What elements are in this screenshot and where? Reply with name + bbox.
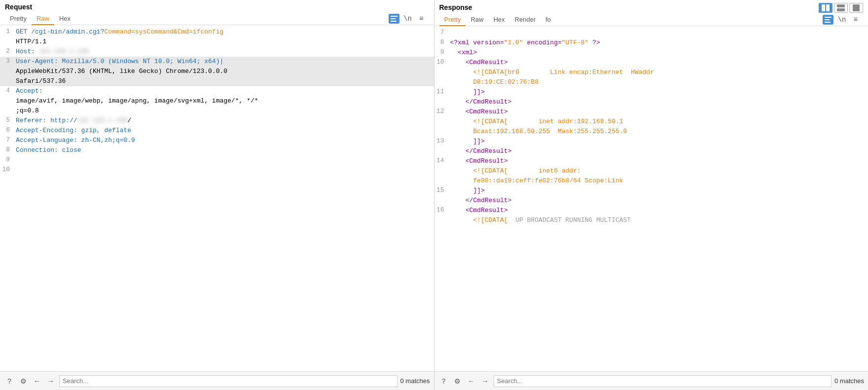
request-back-button[interactable]: ← — [32, 376, 42, 387]
request-line-4: 4 Accept:image/avif, image/webp, image/a… — [0, 86, 434, 116]
request-tab-bar: Pretty Raw Hex \n ≡ — [5, 13, 429, 25]
svg-rect-7 — [853, 4, 860, 11]
response-line-9: 9 <xml> — [434, 48, 868, 58]
request-panel: Request Pretty Raw Hex \n ≡ 1 — [0, 0, 434, 390]
request-tab-pretty[interactable]: Pretty — [5, 13, 32, 25]
request-newline-icon[interactable]: \n — [402, 13, 413, 24]
response-menu-icon[interactable]: ≡ — [850, 14, 861, 25]
request-line-10: 10 — [0, 165, 434, 175]
response-tab-pretty[interactable]: Pretty — [439, 14, 466, 26]
response-help-button[interactable]: ? — [438, 376, 449, 387]
referer-blurred: 192.168.1.100 — [77, 116, 127, 126]
request-protocol: HTTP/1.1 — [16, 38, 46, 45]
request-query: Command=sysCommand&Cmd=ifconfig — [104, 28, 223, 35]
view-stack-button[interactable] — [834, 3, 848, 13]
response-search-input[interactable] — [494, 375, 832, 387]
request-title: Request — [5, 3, 429, 11]
request-menu-icon[interactable]: ≡ — [416, 13, 427, 24]
request-line-8: 8 Connection: close — [0, 145, 434, 155]
request-tab-raw[interactable]: Raw — [32, 13, 54, 25]
request-line-6: 6 Accept-Encoding: gzip, deflate — [0, 126, 434, 136]
response-tab-render[interactable]: Render — [510, 14, 541, 26]
response-line-14: 14 <CmdResult> <![CDATA[ inet6 addr: fe8… — [434, 156, 868, 186]
response-panel: Response — [434, 0, 868, 390]
response-back-button[interactable]: ← — [466, 376, 477, 387]
response-code: 7 8 <?xml version="1.0" encoding="UTF-8"… — [434, 26, 868, 371]
svg-rect-0 — [391, 16, 398, 17]
request-search-input[interactable] — [59, 375, 398, 387]
svg-rect-10 — [825, 22, 831, 23]
request-format-icon[interactable] — [389, 14, 399, 24]
request-header: Request Pretty Raw Hex \n ≡ — [0, 0, 434, 25]
request-footer: ? ⚙ ← → 0 matches — [0, 371, 434, 390]
request-body: 1 GET /cgi-bin/admin.cgi?Command=sysComm… — [0, 25, 434, 371]
response-line-16: 16 <CmdResult> <![CDATA[ UP BROADCAST RU… — [434, 206, 868, 225]
response-tab-raw[interactable]: Raw — [466, 14, 488, 26]
response-line-12: 12 <CmdResult> <![CDATA[ inet addr:192.1… — [434, 107, 868, 137]
request-line-3: 3 User-Agent: Mozilla/5.0 (Windows NT 10… — [0, 57, 434, 86]
response-tab-fo[interactable]: fo — [541, 14, 556, 26]
request-line-9: 9 — [0, 155, 434, 165]
response-line-13: 13 ]]> — [434, 137, 868, 146]
svg-rect-2 — [391, 21, 397, 22]
request-line-1: 1 GET /cgi-bin/admin.cgi?Command=sysComm… — [0, 27, 434, 47]
request-tab-hex[interactable]: Hex — [54, 13, 75, 25]
response-line-11: 11 ]]> — [434, 87, 868, 97]
svg-rect-8 — [825, 17, 832, 18]
request-help-button[interactable]: ? — [4, 376, 15, 387]
response-tab-hex[interactable]: Hex — [488, 14, 509, 26]
view-split-button[interactable] — [819, 3, 832, 13]
response-title: Response — [439, 3, 472, 11]
response-tab-bar: Pretty Raw Hex Render fo \n ≡ — [439, 14, 864, 26]
svg-rect-3 — [822, 4, 825, 11]
svg-rect-5 — [837, 4, 845, 7]
response-body: 7 8 <?xml version="1.0" encoding="UTF-8"… — [434, 26, 868, 371]
svg-rect-1 — [391, 18, 396, 19]
response-settings-button[interactable]: ⚙ — [452, 376, 463, 387]
request-line-5: 5 Referer: http://192.168.1.100/ — [0, 116, 434, 126]
response-matches-label: 0 matches — [834, 377, 864, 385]
response-format-icon[interactable] — [823, 15, 833, 25]
response-line-10: 10 <CmdResult> <![CDATA[br0 Link encap:E… — [434, 58, 868, 87]
svg-rect-9 — [825, 19, 830, 20]
response-line-15: 15 ]]> — [434, 186, 868, 196]
response-newline-icon[interactable]: \n — [836, 14, 847, 25]
svg-rect-4 — [826, 4, 830, 11]
response-line-15b: </CmdResult> — [434, 196, 868, 206]
view-close-button[interactable] — [849, 3, 863, 13]
response-line-7: 7 — [434, 28, 868, 38]
svg-rect-6 — [837, 8, 845, 11]
response-footer: ? ⚙ ← → 0 matches — [434, 371, 868, 390]
request-line-7: 7 Accept-Language: zh-CN,zh;q=0.9 — [0, 136, 434, 145]
request-settings-button[interactable]: ⚙ — [18, 376, 29, 387]
request-line-2: 2 Host: 192.168.1.100 — [0, 47, 434, 57]
response-line-11b: </CmdResult> — [434, 97, 868, 107]
request-code: 1 GET /cgi-bin/admin.cgi?Command=sysComm… — [0, 25, 434, 371]
response-forward-button[interactable]: → — [480, 376, 491, 387]
request-forward-button[interactable]: → — [45, 376, 56, 387]
request-method: GET /cgi-bin/admin.cgi? — [16, 28, 104, 35]
response-line-8: 8 <?xml version="1.0" encoding="UTF-8" ?… — [434, 38, 868, 48]
response-line-13b: </CmdResult> — [434, 146, 868, 156]
host-blurred: 192.168.1.100 — [39, 47, 89, 57]
request-matches-label: 0 matches — [400, 377, 430, 385]
response-header: Response — [434, 0, 868, 26]
